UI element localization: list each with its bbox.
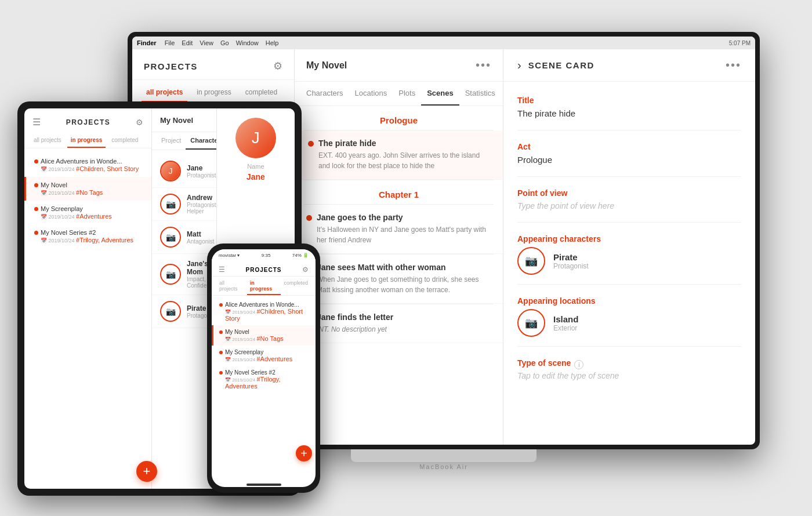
- appearing-chars-label: Appearing characters: [517, 234, 741, 244]
- scene-item-pirate-hide[interactable]: The pirate hide EXT. 400 years ago. John…: [295, 130, 503, 180]
- scene-description: When Jane goes to get something to drink…: [306, 274, 491, 295]
- iphone-meta: 📅 2019/10/24 #No Tags: [219, 335, 310, 342]
- iphone-tab-all[interactable]: all projects: [216, 279, 247, 295]
- scene-status-dot: [308, 141, 314, 147]
- ipad-char-role: Protagonist's Helper: [187, 202, 216, 215]
- ipad-tab-all[interactable]: all projects: [30, 135, 65, 148]
- iphone-settings-icon[interactable]: ⚙: [302, 266, 309, 274]
- character-avatar: 📷: [517, 247, 545, 275]
- scene-item-matt[interactable]: Jane sees Matt with other woman When Jan…: [295, 255, 503, 304]
- ipad-char-avatar: 📷: [160, 264, 181, 285]
- go-menu[interactable]: Go: [220, 39, 229, 46]
- ipad-add-button[interactable]: +: [136, 461, 157, 482]
- iphone-body: movistar ▾ 9:35 74% 🔋 ☰ PROJECTS ⚙ all p…: [207, 244, 320, 493]
- scene-header: Jane goes to the party: [306, 213, 491, 222]
- settings-icon[interactable]: ⚙: [273, 60, 282, 72]
- ipad-char-name: Andrew: [187, 194, 216, 202]
- finder-menu[interactable]: Finder: [137, 39, 157, 46]
- location-card[interactable]: 📷 Island Exterior: [517, 309, 741, 337]
- ipad-project-item[interactable]: My Novel Series #2 📅 2019/10/24 #Trilogy…: [24, 224, 151, 248]
- iphone-project-item[interactable]: My Novel Series #2 📅 2019/10/24 #Trilogy…: [212, 366, 316, 393]
- scene-title: The pirate hide: [318, 139, 376, 148]
- ipad-project-meta: 📅 2019/10/24 #Trilogy, Adventures: [34, 237, 143, 244]
- hamburger-icon[interactable]: ☰: [32, 117, 41, 128]
- type-scene-placeholder[interactable]: Tap to edit the type of scene: [517, 371, 741, 380]
- type-scene-label: Type of scene: [517, 358, 571, 368]
- help-menu[interactable]: Help: [266, 39, 279, 46]
- iphone-tab-inprogress[interactable]: in progress: [247, 279, 281, 295]
- view-menu[interactable]: View: [200, 39, 213, 46]
- ipad-settings-icon[interactable]: ⚙: [136, 118, 143, 127]
- tab-plots[interactable]: Plots: [393, 82, 421, 106]
- scenes-panel: My Novel ••• Characters Locations Plots …: [295, 49, 503, 445]
- character-info: Pirate Protagonist: [553, 252, 589, 270]
- scene-description: INT. No description yet: [306, 324, 491, 335]
- divider: [517, 176, 741, 177]
- iphone-project-item[interactable]: Alice Adventures in Wonde... 📅 2019/10/2…: [212, 298, 316, 325]
- iphone-project-item[interactable]: My Screenplay 📅 2019/10/24 #Adventures: [212, 346, 316, 366]
- scene-title: Jane goes to the party: [317, 213, 403, 222]
- iphone-add-button[interactable]: +: [296, 445, 312, 462]
- tab-locations[interactable]: Locations: [349, 82, 393, 106]
- act-field-value[interactable]: Prologue: [517, 155, 741, 165]
- scene-item-letter[interactable]: Jane finds the letter INT. No descriptio…: [295, 304, 503, 343]
- iphone-project-item-active[interactable]: My Novel 📅 2019/10/24 #No Tags: [212, 325, 316, 346]
- ipad-tab-completed[interactable]: completed: [108, 135, 142, 148]
- card-more-options-icon[interactable]: •••: [726, 59, 741, 72]
- ipad-project-item-active[interactable]: My Novel 📅 2019/10/24 #No Tags: [24, 177, 151, 201]
- info-icon[interactable]: i: [574, 360, 583, 369]
- edit-menu[interactable]: Edit: [182, 39, 193, 46]
- ipad-char-name: Jane: [187, 164, 216, 172]
- tab-characters[interactable]: Characters: [300, 82, 349, 106]
- scene-header: Jane sees Matt with other woman: [306, 263, 491, 272]
- divider: [517, 284, 741, 285]
- ipad-char-detail-name: Jane: [246, 172, 265, 181]
- ipad-panel-header: ☰ PROJECTS ⚙: [24, 108, 151, 132]
- scene-item-party[interactable]: Jane goes to the party It's Halloween in…: [295, 205, 503, 254]
- iphone-project-name: My Novel: [219, 329, 310, 335]
- act-field-label: Act: [517, 142, 741, 151]
- iphone-tab-completed[interactable]: completed: [281, 279, 311, 295]
- iphone-dot: [219, 371, 223, 375]
- iphone-app-title: PROJECTS: [246, 267, 282, 273]
- ipad-project-name: Alice Adventures in Wonde...: [34, 158, 143, 165]
- iphone-project-name: My Screenplay: [219, 349, 310, 355]
- iphone-hamburger-icon[interactable]: ☰: [219, 266, 225, 274]
- iphone-battery: 74% 🔋: [292, 253, 309, 258]
- iphone-dot: [219, 351, 223, 354]
- iphone-meta: 📅 2019/10/24 #Adventures: [219, 355, 310, 362]
- ipad-tab-inprogress[interactable]: in progress: [67, 135, 106, 148]
- projects-tab-bar: all projects in progress completed: [132, 80, 294, 103]
- location-avatar: 📷: [517, 309, 545, 337]
- ipad-project-item[interactable]: My Screenplay 📅 2019/10/24 #Adventures: [24, 201, 151, 224]
- iphone-home-indicator: [246, 484, 281, 486]
- ipad-project-dot: [34, 207, 38, 211]
- scene-card-header: › SCENE CARD •••: [503, 49, 755, 82]
- location-name: Island: [553, 314, 578, 324]
- iphone-statusbar: movistar ▾ 9:35 74% 🔋: [212, 249, 316, 261]
- pov-field-placeholder[interactable]: Type the point of view here: [517, 201, 741, 210]
- title-field-value[interactable]: The pirate hide: [517, 108, 741, 118]
- scenes-nav-tabs: Characters Locations Plots Scenes Statis…: [295, 82, 503, 106]
- scene-title: Jane finds the letter: [317, 312, 393, 322]
- ipad-char-info: Andrew Protagonist's Helper: [187, 194, 216, 215]
- scene-status-dot: [306, 215, 312, 221]
- iphone-tab-bar: all projects in progress completed: [212, 277, 316, 296]
- ipad-projects-panel: ☰ PROJECTS ⚙ all projects in progress co…: [24, 108, 152, 489]
- projects-header: PROJECTS ⚙: [132, 49, 294, 80]
- back-chevron-icon[interactable]: ›: [517, 59, 521, 72]
- ipad-tab-project[interactable]: Project: [157, 132, 186, 150]
- window-menu[interactable]: Window: [236, 39, 259, 46]
- tab-all-projects[interactable]: all projects: [142, 86, 187, 102]
- character-card[interactable]: 📷 Pirate Protagonist: [517, 247, 741, 275]
- ipad-char-detail-label: Name: [247, 163, 264, 170]
- tab-in-progress[interactable]: in progress: [192, 86, 235, 102]
- tab-scenes[interactable]: Scenes: [421, 82, 459, 106]
- tab-statistics[interactable]: Statistics: [459, 82, 501, 106]
- file-menu[interactable]: File: [165, 39, 175, 46]
- more-options-icon[interactable]: •••: [476, 59, 491, 72]
- ipad-char-item[interactable]: J Jane Protagonist: [152, 155, 216, 188]
- ipad-char-item[interactable]: 📷 Andrew Protagonist's Helper: [152, 188, 216, 221]
- ipad-project-item[interactable]: Alice Adventures in Wonde... 📅 2019/10/2…: [24, 153, 151, 177]
- tab-completed[interactable]: completed: [241, 86, 282, 102]
